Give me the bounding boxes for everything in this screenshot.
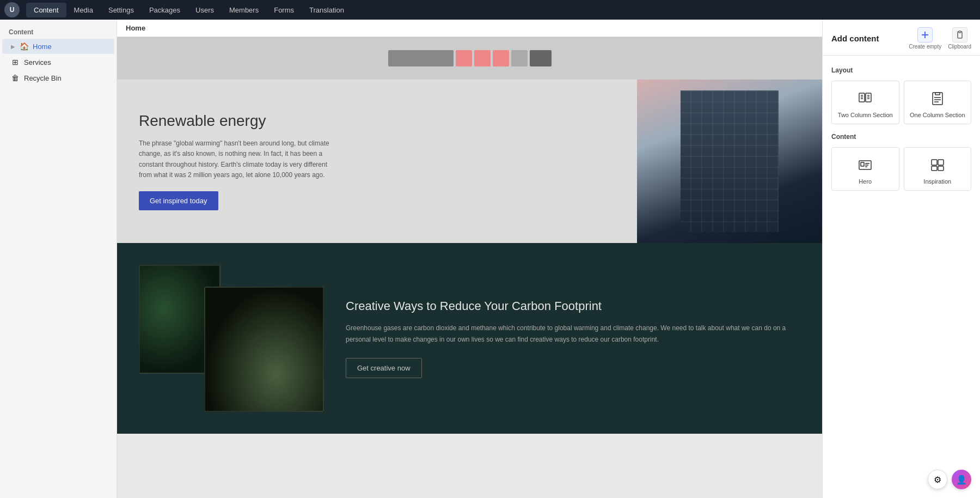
building-graphic <box>637 80 822 243</box>
one-column-label: One Column Section <box>910 112 965 118</box>
create-empty-button[interactable]: Create empty <box>909 27 941 50</box>
content-grid: Hero Inspiration <box>831 147 971 191</box>
strip-block-1 <box>388 50 454 66</box>
strip-block-4 <box>493 50 509 66</box>
sidebar: Content ▶ 🏠 Home ⊞ Services 🗑 Recycle Bi… <box>0 20 117 498</box>
carbon-images <box>139 265 324 412</box>
renewable-section: Renewable energy The phrase "global warm… <box>117 80 822 243</box>
content-header: Home <box>117 20 822 37</box>
renewable-text: Renewable energy The phrase "global warm… <box>117 80 637 243</box>
nav-item-packages[interactable]: Packages <box>142 3 188 17</box>
sidebar-item-recycle-bin[interactable]: 🗑 Recycle Bin <box>2 70 114 86</box>
nav-items: Content Media Settings Packages Users Me… <box>26 3 352 17</box>
get-inspired-button[interactable]: Get inspired today <box>139 191 218 210</box>
inspiration-card[interactable]: Inspiration <box>904 147 972 191</box>
renewable-image <box>637 80 822 243</box>
svg-rect-22 <box>932 160 937 165</box>
right-panel: Add content Create empty <box>822 20 980 498</box>
sidebar-section-label: Content <box>0 24 117 38</box>
services-icon: ⊞ <box>11 58 20 66</box>
logo[interactable]: U <box>4 2 20 17</box>
carbon-title: Creative Ways to Reduce Your Carbon Foot… <box>346 299 800 314</box>
renewable-description: The phrase "global warming" hasn't been … <box>139 138 329 180</box>
sidebar-item-services-label: Services <box>24 58 51 66</box>
right-panel-content: Layout <box>823 56 980 498</box>
layout-grid: Two Column Section One Column Section <box>831 81 971 124</box>
svg-rect-25 <box>938 166 944 171</box>
breadcrumb: Home <box>126 24 145 32</box>
inspiration-icon <box>930 156 945 174</box>
strip-block-3 <box>474 50 491 66</box>
renewable-title: Renewable energy <box>139 112 615 130</box>
one-column-section-card[interactable]: One Column Section <box>904 81 972 124</box>
create-empty-label: Create empty <box>909 44 941 50</box>
strip-block-2 <box>456 50 472 66</box>
hero-card[interactable]: Hero <box>831 147 899 191</box>
nav-item-forms[interactable]: Forms <box>266 3 302 17</box>
two-column-icon <box>857 90 873 107</box>
create-empty-icon <box>917 27 933 42</box>
nav-item-settings[interactable]: Settings <box>101 3 142 17</box>
user-float-button[interactable]: 👤 <box>952 470 971 489</box>
svg-rect-4 <box>859 93 865 102</box>
right-panel-actions: Create empty Clipboard <box>909 27 971 50</box>
settings-float-button[interactable]: ⚙ <box>928 470 947 489</box>
inspiration-label: Inspiration <box>923 178 951 185</box>
strip-block-5 <box>511 50 528 66</box>
nav-item-media[interactable]: Media <box>66 3 101 17</box>
get-creative-button[interactable]: Get creative now <box>346 358 422 378</box>
carbon-section: Creative Ways to Reduce Your Carbon Foot… <box>117 243 822 434</box>
clipboard-label: Clipboard <box>948 44 971 50</box>
page-preview: Renewable energy The phrase "global warm… <box>117 37 822 434</box>
svg-rect-13 <box>935 93 940 95</box>
home-icon: 🏠 <box>20 42 28 51</box>
svg-rect-3 <box>959 31 961 33</box>
two-column-label: Two Column Section <box>838 112 893 118</box>
content-area: Home Renewable energy The phrase "global <box>117 20 822 498</box>
clipboard-icon <box>952 27 967 42</box>
hero-icon <box>857 156 873 174</box>
svg-rect-24 <box>932 166 937 171</box>
carbon-text: Creative Ways to Reduce Your Carbon Foot… <box>346 299 800 378</box>
sidebar-item-services[interactable]: ⊞ Services <box>2 54 114 70</box>
top-strip <box>117 37 822 80</box>
trash-icon: 🗑 <box>11 74 20 82</box>
carbon-image-2 <box>204 287 324 412</box>
main-layout: Content ▶ 🏠 Home ⊞ Services 🗑 Recycle Bi… <box>0 20 980 498</box>
top-navigation: U Content Media Settings Packages Users … <box>0 0 980 20</box>
content-section-label: Content <box>831 133 971 141</box>
nav-item-content[interactable]: Content <box>26 3 66 17</box>
hero-label: Hero <box>859 178 872 185</box>
svg-rect-18 <box>861 162 864 166</box>
right-panel-title: Add content <box>831 34 879 43</box>
strip-inner <box>388 47 552 69</box>
carbon-description: Greenhouse gases are carbon dioxide and … <box>346 323 800 345</box>
svg-rect-23 <box>938 160 944 165</box>
strip-block-6 <box>530 50 552 66</box>
sidebar-item-home[interactable]: ▶ 🏠 Home <box>2 39 114 54</box>
nav-item-users[interactable]: Users <box>188 3 222 17</box>
two-column-section-card[interactable]: Two Column Section <box>831 81 899 124</box>
sidebar-item-recycle-label: Recycle Bin <box>24 74 62 82</box>
one-column-icon <box>930 90 945 107</box>
bottom-buttons: ⚙ 👤 <box>928 470 971 489</box>
clipboard-button[interactable]: Clipboard <box>948 27 971 50</box>
layout-section-label: Layout <box>831 66 971 74</box>
sidebar-item-home-label: Home <box>33 42 52 51</box>
svg-rect-5 <box>866 93 871 102</box>
expand-arrow-icon: ▶ <box>11 44 15 50</box>
right-panel-header: Add content Create empty <box>823 20 980 56</box>
nav-item-members[interactable]: Members <box>222 3 266 17</box>
building-shape <box>681 90 779 232</box>
nav-item-translation[interactable]: Translation <box>302 3 352 17</box>
